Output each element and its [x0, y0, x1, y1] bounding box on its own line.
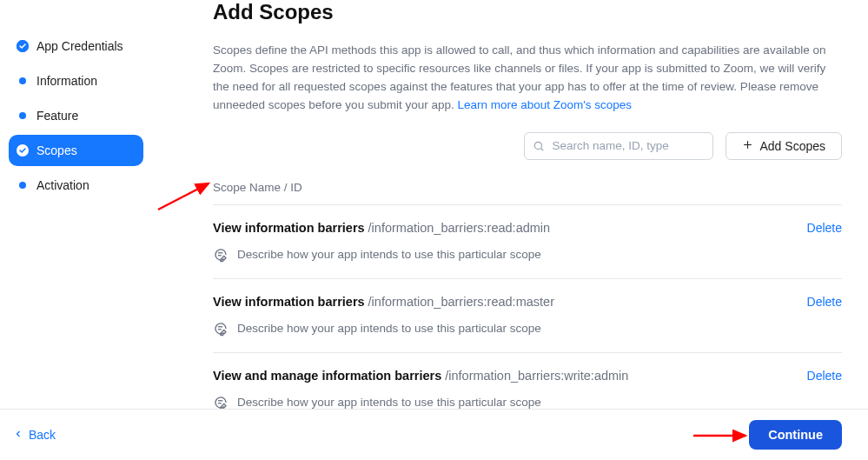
scope-row: View information barriers /information_b… [213, 205, 842, 279]
footer-bar: Back Continue [0, 409, 868, 460]
search-input[interactable] [524, 132, 713, 160]
sidebar-item-label: Feature [36, 109, 78, 123]
scope-row: View information barriers /information_b… [213, 279, 842, 353]
scope-name: View information barriers [213, 221, 365, 235]
scope-desc: Describe how your app intends to use thi… [237, 396, 541, 409]
scope-id: /information_barriers:read:admin [368, 221, 551, 235]
delete-link[interactable]: Delete [807, 221, 842, 235]
sidebar-item-feature[interactable]: Feature [9, 100, 143, 131]
scope-row: View and manage information barriers /in… [213, 353, 842, 409]
scope-name: View information barriers [213, 295, 365, 309]
delete-link[interactable]: Delete [807, 369, 842, 383]
sidebar-item-label: Activation [36, 178, 89, 192]
dot-icon [19, 182, 26, 189]
intro-text: Scopes define the API methods this app i… [213, 42, 842, 115]
sidebar-item-information[interactable]: Information [9, 65, 143, 97]
sidebar-item-label: Information [36, 74, 97, 88]
back-label: Back [29, 428, 56, 442]
main-content: Add Scopes Scopes define the API methods… [152, 0, 868, 409]
page-title: Add Scopes [213, 0, 842, 24]
scope-desc: Describe how your app intends to use thi… [237, 248, 541, 261]
dot-icon [19, 77, 26, 84]
sidebar-item-app-credentials[interactable]: App Credentials [9, 30, 143, 62]
search-icon [533, 140, 545, 152]
note-icon [213, 321, 229, 337]
scope-desc: Describe how your app intends to use thi… [237, 322, 541, 335]
check-icon [17, 144, 29, 157]
svg-line-3 [540, 148, 543, 150]
sidebar: App Credentials Information Feature Scop… [0, 0, 152, 409]
sidebar-item-scopes[interactable]: Scopes [9, 135, 143, 166]
scope-id: /information_barriers:read:master [368, 295, 554, 309]
sidebar-item-activation[interactable]: Activation [9, 170, 143, 201]
plus-icon [742, 139, 753, 153]
note-icon [213, 247, 229, 263]
table-header: Scope Name / ID [213, 181, 842, 205]
delete-link[interactable]: Delete [807, 295, 842, 309]
sidebar-item-label: Scopes [36, 143, 77, 157]
scope-id: /information_barriers:write:admin [445, 369, 628, 383]
note-icon [213, 395, 229, 409]
back-button[interactable]: Back [13, 428, 56, 442]
continue-button[interactable]: Continue [749, 420, 842, 450]
sidebar-item-label: App Credentials [36, 39, 123, 53]
scope-name: View and manage information barriers [213, 369, 441, 383]
dot-icon [19, 112, 26, 119]
search-field-wrap [524, 132, 713, 160]
learn-more-link[interactable]: Learn more about Zoom's scopes [457, 98, 632, 111]
chevron-left-icon [13, 428, 23, 442]
svg-point-2 [534, 142, 541, 149]
add-scopes-label: Add Scopes [760, 139, 826, 153]
check-icon [17, 40, 29, 52]
add-scopes-button[interactable]: Add Scopes [726, 132, 843, 160]
controls-row: Add Scopes [213, 132, 842, 160]
